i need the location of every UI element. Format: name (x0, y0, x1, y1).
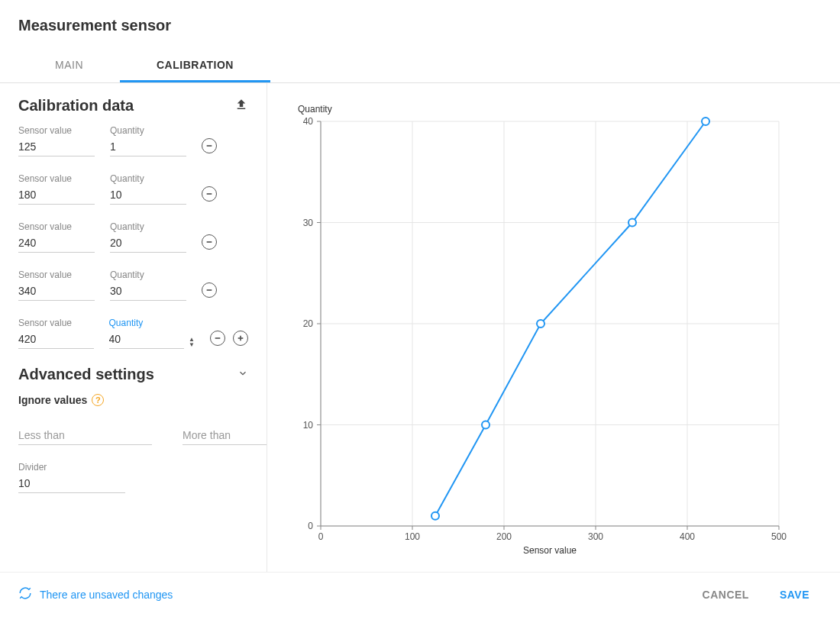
chart-xlabel: Sensor value (523, 545, 577, 556)
chart-data-point (482, 421, 489, 429)
calibration-row: Sensor value Quantity (18, 125, 248, 156)
upload-icon[interactable] (234, 98, 248, 115)
calibration-row: Sensor value Quantity ▲▼ (18, 318, 248, 349)
chart-data-point (702, 118, 709, 125)
divider-input[interactable] (18, 476, 125, 493)
quantity-input[interactable] (110, 235, 186, 253)
quantity-label: Quantity (110, 173, 186, 184)
sensor-value-input[interactable] (18, 331, 94, 349)
quantity-input[interactable] (110, 283, 186, 301)
sensor-value-label: Sensor value (18, 318, 94, 328)
chart-data-point (431, 512, 439, 520)
x-tick-label: 300 (588, 531, 603, 542)
calibration-data-title: Calibration data (18, 97, 134, 115)
sidebar: Calibration data Sensor value Quantity S… (0, 83, 267, 572)
quantity-label: Quantity (110, 269, 186, 280)
ignore-values-label: Ignore values (18, 394, 87, 406)
quantity-input[interactable] (110, 187, 186, 205)
calibration-row: Sensor value Quantity (18, 173, 248, 205)
unsaved-text: There are unsaved changes (40, 589, 173, 601)
chart-series-line (435, 121, 706, 516)
chart-area: Quantity0100200300400500010203040Sensor … (267, 83, 840, 572)
chevron-down-icon[interactable] (237, 368, 248, 382)
calibration-row: Sensor value Quantity (18, 269, 248, 301)
remove-row-button[interactable] (210, 331, 225, 346)
x-tick-label: 0 (318, 531, 324, 542)
quantity-label: Quantity (110, 125, 186, 136)
sensor-value-label: Sensor value (18, 125, 95, 136)
tab-calibration[interactable]: CALIBRATION (120, 50, 270, 82)
quantity-input[interactable] (110, 139, 186, 156)
y-tick-label: 30 (303, 218, 314, 228)
remove-row-button[interactable] (202, 138, 217, 153)
sensor-value-label: Sensor value (18, 269, 95, 280)
advanced-settings-title: Advanced settings (18, 366, 154, 383)
x-tick-label: 100 (405, 531, 420, 542)
sensor-value-label: Sensor value (18, 173, 95, 184)
y-tick-label: 10 (303, 420, 314, 431)
y-tick-label: 0 (308, 521, 313, 531)
sensor-value-label: Sensor value (18, 221, 95, 232)
unsaved-changes-indicator: There are unsaved changes (18, 586, 173, 602)
y-tick-label: 20 (303, 318, 314, 329)
page-title: Measurement sensor (0, 0, 840, 50)
more-than-input[interactable] (183, 428, 267, 445)
chart-data-point (537, 320, 544, 328)
quantity-input[interactable] (109, 331, 185, 349)
sync-icon (18, 586, 32, 602)
y-tick-label: 40 (303, 116, 314, 127)
remove-row-button[interactable] (202, 234, 217, 250)
tab-main[interactable]: MAIN (18, 50, 120, 82)
less-than-input[interactable] (18, 428, 152, 445)
chart-ylabel: Quantity (298, 104, 332, 115)
sensor-value-input[interactable] (18, 235, 95, 253)
x-tick-label: 400 (680, 531, 695, 542)
remove-row-button[interactable] (202, 186, 217, 202)
quantity-label: Quantity (109, 318, 185, 328)
remove-row-button[interactable] (202, 282, 217, 298)
sensor-value-input[interactable] (18, 139, 95, 156)
divider-label: Divider (18, 462, 125, 473)
help-icon[interactable]: ? (92, 394, 104, 406)
quantity-stepper[interactable]: ▲▼ (189, 337, 195, 347)
x-tick-label: 500 (771, 531, 787, 542)
calibration-row: Sensor value Quantity (18, 221, 248, 253)
chart-data-point (628, 219, 636, 227)
cancel-button[interactable]: CANCEL (703, 589, 749, 601)
quantity-label: Quantity (110, 221, 186, 232)
add-row-button[interactable] (233, 331, 248, 346)
x-tick-label: 200 (496, 531, 512, 542)
sensor-value-input[interactable] (18, 283, 95, 301)
sensor-value-input[interactable] (18, 187, 95, 205)
tabs: MAIN CALIBRATION (0, 50, 840, 83)
calibration-chart: Quantity0100200300400500010203040Sensor … (275, 98, 794, 564)
save-button[interactable]: SAVE (780, 589, 809, 601)
